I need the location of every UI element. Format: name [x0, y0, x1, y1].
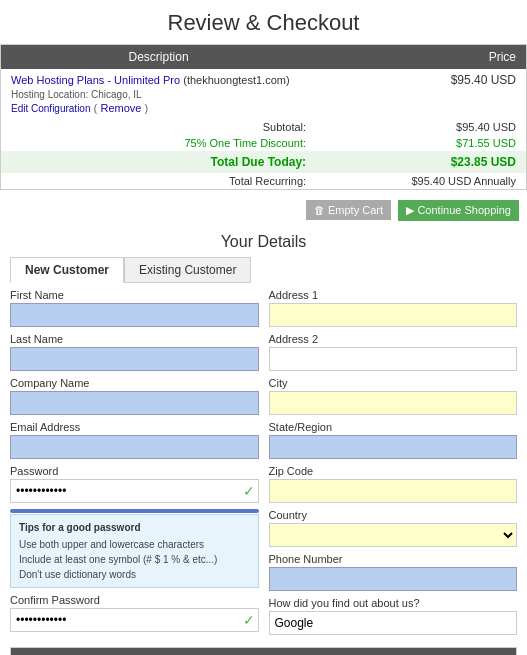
tab-row: New Customer Existing Customer [10, 257, 517, 283]
country-select[interactable] [269, 523, 518, 547]
first-name-label: First Name [10, 289, 259, 301]
country-label: Country [269, 509, 518, 521]
address1-input[interactable] [269, 303, 518, 327]
zip-label: Zip Code [269, 465, 518, 477]
tip-2: Include at least one symbol (# $ 1 % & e… [19, 552, 250, 567]
password-tips-box: Tips for a good password Use both upper … [10, 514, 259, 588]
password-check-icon: ✓ [243, 483, 255, 499]
email-label: Email Address [10, 421, 259, 433]
recurring-row: Total Recurring: $95.40 USD Annually [1, 173, 527, 190]
tab-new-customer[interactable]: New Customer [10, 257, 124, 283]
address2-input[interactable] [269, 347, 518, 371]
state-input[interactable] [269, 435, 518, 459]
password-field: Password ✓ [10, 465, 259, 503]
city-input[interactable] [269, 391, 518, 415]
security-header: Please choose a security question: [11, 648, 516, 655]
empty-cart-button[interactable]: 🗑 Empty Cart [306, 200, 391, 220]
state-label: State/Region [269, 421, 518, 433]
last-name-label: Last Name [10, 333, 259, 345]
phone-field: Phone Number [269, 553, 518, 591]
tips-title: Tips for a good password [19, 520, 250, 535]
city-field: City [269, 377, 518, 415]
your-details-title: Your Details [0, 225, 527, 257]
first-name-input[interactable] [10, 303, 259, 327]
page-title: Review & Checkout [0, 0, 527, 44]
remove-link[interactable]: Remove [101, 102, 142, 114]
how-found-label: How did you find out about us? [269, 597, 518, 609]
password-label: Password [10, 465, 259, 477]
confirm-password-input[interactable] [10, 608, 259, 632]
company-name-input[interactable] [10, 391, 259, 415]
zip-field: Zip Code [269, 465, 518, 503]
tab-existing-customer[interactable]: Existing Customer [124, 257, 251, 283]
phone-input[interactable] [269, 567, 518, 591]
confirm-check-icon: ✓ [243, 612, 255, 628]
zip-input[interactable] [269, 479, 518, 503]
phone-label: Phone Number [269, 553, 518, 565]
form-columns: First Name Last Name Company Name Email … [0, 289, 527, 641]
address2-field: Address 2 [269, 333, 518, 371]
password-strength-bar [10, 509, 259, 513]
form-right: Address 1 Address 2 City State/Region Zi… [269, 289, 518, 641]
last-name-field: Last Name [10, 333, 259, 371]
confirm-password-label: Confirm Password [10, 594, 259, 606]
password-wrapper: ✓ [10, 479, 259, 503]
product-name: Web Hosting Plans - Unlimited Pro (thekh… [11, 74, 290, 86]
last-name-input[interactable] [10, 347, 259, 371]
total-today-row: Total Due Today: $23.85 USD [1, 151, 527, 173]
summary-table: Description Price Web Hosting Plans - Un… [0, 44, 527, 190]
continue-shopping-button[interactable]: ▶ Continue Shopping [398, 200, 519, 221]
company-name-label: Company Name [10, 377, 259, 389]
company-name-field: Company Name [10, 377, 259, 415]
first-name-field: First Name [10, 289, 259, 327]
product-row: Web Hosting Plans - Unlimited Pro (thekh… [1, 69, 527, 119]
form-left: First Name Last Name Company Name Email … [10, 289, 259, 641]
tip-1: Use both upper and lowercase characters [19, 537, 250, 552]
confirm-password-wrapper: ✓ [10, 608, 259, 632]
address1-label: Address 1 [269, 289, 518, 301]
city-label: City [269, 377, 518, 389]
price-header: Price [316, 45, 526, 70]
how-found-field: How did you find out about us? [269, 597, 518, 635]
edit-config-link[interactable]: Edit Configuration [11, 103, 91, 114]
address1-field: Address 1 [269, 289, 518, 327]
state-field: State/Region [269, 421, 518, 459]
subtotal-row: Subtotal: $95.40 USD [1, 119, 527, 135]
country-field: Country [269, 509, 518, 547]
how-found-input[interactable] [269, 611, 518, 635]
confirm-password-field: Confirm Password ✓ [10, 594, 259, 632]
product-location: Hosting Location: Chicago, IL [11, 89, 142, 100]
email-input[interactable] [10, 435, 259, 459]
product-price: $95.40 USD [316, 69, 526, 119]
action-buttons: 🗑 Empty Cart ▶ Continue Shopping [0, 196, 527, 225]
tip-3: Don't use dictionary words [19, 567, 250, 582]
security-section: Please choose a security question: What'… [10, 647, 517, 655]
desc-header: Description [1, 45, 317, 70]
email-field: Email Address [10, 421, 259, 459]
discount-row: 75% One Time Discount: $71.55 USD [1, 135, 527, 151]
password-input[interactable] [10, 479, 259, 503]
address2-label: Address 2 [269, 333, 518, 345]
